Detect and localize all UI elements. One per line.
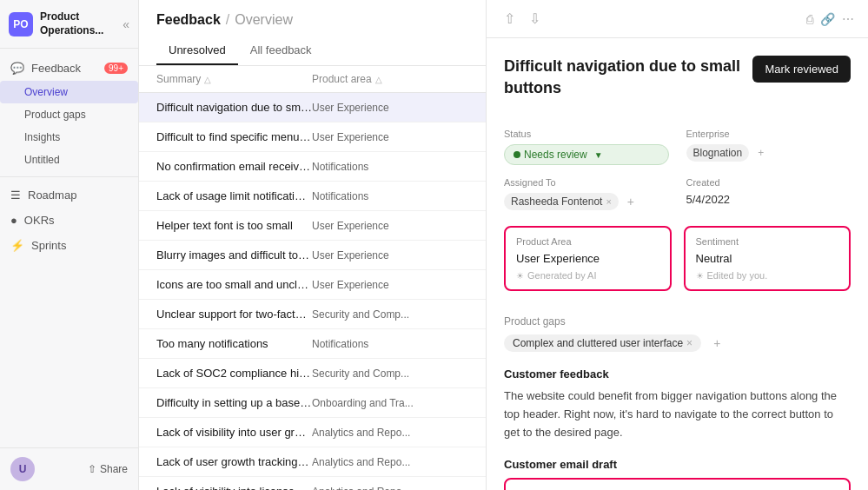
table-row[interactable]: Icons are too small and unclear User Exp… [139,270,486,300]
gap-add-button[interactable]: + [713,336,720,350]
gap-remove-button[interactable]: × [686,337,692,349]
created-label: Created [686,177,851,188]
customer-feedback-text: The website could benefit from bigger na… [504,387,851,441]
table-row[interactable]: Blurry images and difficult to read text… [139,241,486,270]
table-row[interactable]: Lack of usage limit notifications leadin… [139,182,486,211]
product-gaps-label: Product gaps [504,315,851,328]
enterprise-tag: Blognation [686,144,750,162]
share-icon: ⇧ [88,463,96,475]
product-gaps-section: Product gaps Complex and cluttered user … [504,315,851,352]
product-area-box: Product area User Experience ☀ Generated… [504,226,672,291]
enterprise-row: Blognation + [686,144,851,162]
main-header: Feedback / Overview Unresolved All feedb… [139,0,486,66]
sidebar-item-overview[interactable]: Overview [0,81,138,103]
row-area: User Experience [312,279,468,291]
row-area: Notifications [312,190,468,202]
feedback-icon: 💬 [10,62,24,75]
table-row[interactable]: Too many notifications Notifications [139,329,486,359]
edited-icon: ☀ [696,271,704,281]
sidebar-footer: U ⇧ Share [0,447,138,490]
email-draft-box[interactable]: Thank you for taking the time to provide… [504,478,851,490]
row-area: Analytics and Repo... [312,486,468,491]
row-summary: Helper text font is too small [156,219,312,232]
product-area-meta: ☀ Generated by AI [516,270,659,281]
feedback-table: Summary △ Product area △ Difficult navig… [139,66,486,490]
table-header: Summary △ Product area △ [139,66,486,93]
assigned-label: Assigned to [504,177,669,188]
product-area-label: Product area [516,236,659,247]
detail-panel: ⇧ ⇩ ⎙ 🔗 ⋯ Difficult navigation due to sm… [486,0,868,490]
status-value: Needs review [524,149,587,161]
sidebar-item-feedback[interactable]: 💬 Feedback 99+ [0,56,138,81]
product-gaps-tags: Complex and cluttered user interface × + [504,334,851,352]
mark-reviewed-button[interactable]: Mark reviewed [752,56,851,83]
sidebar-item-okrs[interactable]: ● OKRs [0,208,138,233]
table-row[interactable]: Lack of user growth tracking in admin pa… [139,447,486,477]
row-summary: Icons are too small and unclear [156,278,312,291]
detail-meta-grid: Status Needs review ▼ Enterprise Blognat… [504,129,851,210]
row-area: Notifications [312,161,468,173]
sidebar: PO Product Operations... « 💬 Feedback 99… [0,0,139,490]
assigned-remove-button[interactable]: × [606,196,611,207]
row-area: Notifications [312,338,468,350]
sort-area-icon[interactable]: △ [375,75,382,84]
sentiment-value: Neutral [696,252,839,265]
share-label: Share [100,463,128,475]
sidebar-item-sprints[interactable]: ⚡ Sprints [0,233,138,258]
status-select[interactable]: Needs review ▼ [504,144,669,165]
table-row[interactable]: Difficult to find specific menu options … [139,122,486,152]
row-summary: Lack of SOC2 compliance hindering deal c… [156,367,312,380]
share-button[interactable]: ⇧ Share [88,463,128,475]
row-summary: Lack of visibility into license count ov… [156,485,312,490]
sentiment-meta: ☀ Edited by you. [696,270,839,281]
feedback-badge: 99+ [104,63,128,74]
sidebar-collapse-button[interactable]: « [123,17,129,31]
table-row[interactable]: Lack of visibility into user growth and … [139,418,486,447]
sidebar-feedback-label: Feedback [31,62,81,75]
assigned-value: Rasheeda Fontenot [511,195,602,208]
link-icon[interactable]: 🔗 [820,12,835,26]
sentiment-box: Sentiment Neutral ☀ Edited by you. [684,226,851,291]
detail-nav: ⇧ ⇩ [500,9,544,29]
app-name: Product Operations... [40,10,123,37]
sprints-icon: ⚡ [10,239,24,252]
status-chevron-icon: ▼ [594,150,603,160]
sort-summary-icon[interactable]: △ [204,75,211,84]
nav-up-button[interactable]: ⇧ [500,9,519,29]
row-area: User Experience [312,249,468,262]
row-summary: Too many notifications [156,337,312,350]
row-area: Analytics and Repo... [312,427,468,439]
table-row[interactable]: Unclear support for two-factor authentic… [139,300,486,329]
customer-email-section: Customer email draft Thank you for takin… [504,458,851,490]
table-row[interactable]: No confirmation email received after sig… [139,152,486,182]
table-row[interactable]: Difficult navigation due to small button… [139,93,486,122]
sidebar-header: PO Product Operations... « [0,0,138,49]
nav-down-button[interactable]: ⇩ [526,9,544,29]
sidebar-item-insights[interactable]: Insights [0,126,138,149]
row-area: User Experience [312,131,468,143]
sidebar-item-roadmap[interactable]: ☰ Roadmap [0,182,138,208]
row-summary: Blurry images and difficult to read text… [156,248,312,262]
more-icon[interactable]: ⋯ [842,12,854,26]
table-row[interactable]: Lack of visibility into license count ov… [139,477,486,490]
table-row[interactable]: Helper text font is too small User Exper… [139,211,486,241]
table-row[interactable]: Difficulty in setting up a base in Airta… [139,388,486,418]
assigned-add-button[interactable]: + [627,195,634,209]
row-summary: Lack of user growth tracking in admin pa… [156,455,312,468]
enterprise-add-button[interactable]: + [758,147,764,159]
customer-feedback-section: Customer feedback The website could bene… [504,368,851,441]
sidebar-item-product-gaps[interactable]: Product gaps [0,103,138,126]
row-area: User Experience [312,102,468,114]
table-row[interactable]: Lack of SOC2 compliance hindering deal c… [139,359,486,388]
breadcrumb-sub: Overview [235,12,293,28]
sidebar-roadmap-label: Roadmap [28,189,76,202]
row-summary: Difficult navigation due to small button… [156,101,312,114]
col-area-header: Product area △ [312,73,468,85]
avatar[interactable]: U [10,457,35,481]
sidebar-item-untitled[interactable]: Untitled [0,149,138,171]
tab-unresolved[interactable]: Unresolved [156,36,238,65]
tab-all-feedback[interactable]: All feedback [238,36,324,65]
okrs-icon: ● [10,214,17,227]
gap-tag: Complex and cluttered user interface × [504,334,701,352]
print-icon[interactable]: ⎙ [806,12,813,26]
